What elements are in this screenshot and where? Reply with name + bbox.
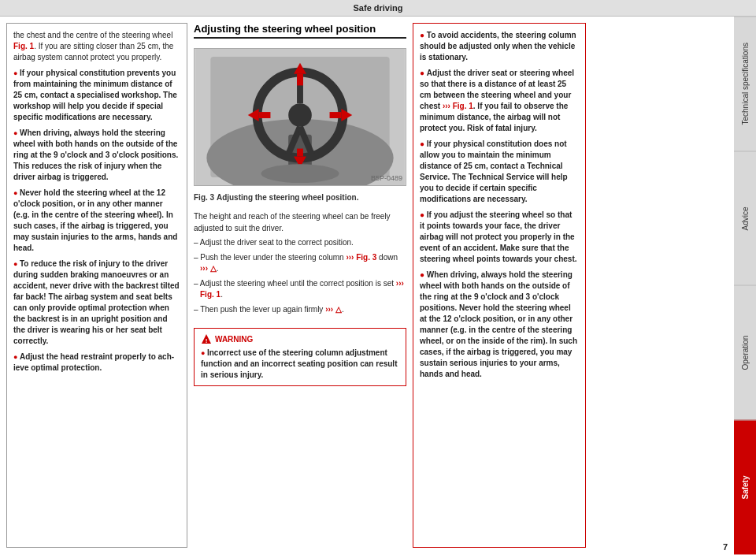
tab-safety[interactable]: Safety	[734, 420, 756, 555]
section-title: Adjusting the steering wheel position	[194, 23, 406, 39]
step-3: – Adjust the steering wheel until the co…	[194, 278, 406, 301]
warning-bullet-1: Incorrect use of the steering column adj…	[201, 348, 399, 381]
side-navigation: Technical specifications Advice Operatio…	[734, 17, 756, 554]
right-bullet-2: Adjust the driver seat or steering wheel…	[420, 68, 579, 134]
svg-rect-14	[259, 112, 271, 118]
image-tag: B5P-0489	[371, 174, 402, 182]
svg-text:!: !	[206, 337, 208, 344]
page-header: Safe driving	[0, 0, 756, 17]
step-4: – Then push the lever up again firmly ››…	[194, 304, 406, 316]
right-bullet-1: To avoid accidents, the steering column …	[420, 30, 579, 63]
right-column: To avoid accidents, the steering column …	[413, 23, 586, 548]
header-title: Safe driving	[354, 3, 403, 13]
figure-label: Fig. 3	[194, 193, 214, 202]
svg-rect-16	[330, 112, 342, 118]
right-bullet-4: If you adjust the steering wheel so that…	[420, 210, 579, 265]
page-number: 7	[723, 542, 728, 552]
svg-point-17	[261, 164, 339, 183]
figure-caption-text: Adjusting the steering wheel position.	[217, 193, 359, 202]
step-1: – Adjust the driver seat to the correct …	[194, 237, 406, 249]
main-layout: the chest and the centre of the steering…	[0, 17, 756, 554]
warning-box: ! WARNING Incorrect use of the steering …	[194, 328, 406, 386]
content-area: the chest and the centre of the steering…	[0, 17, 734, 554]
steering-wheel-illustration	[195, 49, 406, 185]
figure-box: B5P-0489	[194, 48, 406, 186]
warning-text: Incorrect use of the steering column adj…	[201, 348, 399, 381]
left-bullet-5: Adjust the head restraint properly to ac…	[13, 352, 180, 374]
left-bullet-3: Never hold the steering wheel at the 12 …	[13, 188, 180, 254]
svg-point-5	[288, 103, 312, 127]
right-bullet-3: If your physical constitution does not a…	[420, 139, 579, 205]
center-text: The height and reach of the steering whe…	[194, 211, 406, 318]
figure-caption: Fig. 3 Adjusting the steering wheel posi…	[194, 193, 406, 202]
warning-header: ! WARNING	[201, 333, 399, 344]
center-intro: The height and reach of the steering whe…	[194, 211, 406, 234]
warning-label: WARNING	[215, 335, 253, 344]
tab-technical-specifications[interactable]: Technical specifications	[734, 17, 756, 151]
tab-operation[interactable]: Operation	[734, 285, 756, 420]
fig-ref-1: Fig. 1	[13, 42, 34, 50]
left-bullet-2: When driving, always hold the steering w…	[13, 128, 180, 183]
left-column: the chest and the centre of the steering…	[6, 23, 187, 548]
left-intro: the chest and the centre of the steering…	[13, 30, 180, 63]
left-bullet-1: If your physical constitution prevents y…	[13, 68, 180, 123]
right-bullet-5: When driving, always hold the steering w…	[420, 270, 579, 380]
svg-rect-10	[297, 74, 303, 86]
step-2: – Push the lever under the steering colu…	[194, 252, 406, 275]
tab-advice[interactable]: Advice	[734, 151, 756, 286]
left-bullet-4: To reduce the risk of injury to the driv…	[13, 259, 180, 347]
center-column: Adjusting the steering wheel position	[194, 23, 406, 548]
svg-rect-12	[297, 149, 303, 157]
warning-triangle-icon: !	[201, 333, 212, 344]
